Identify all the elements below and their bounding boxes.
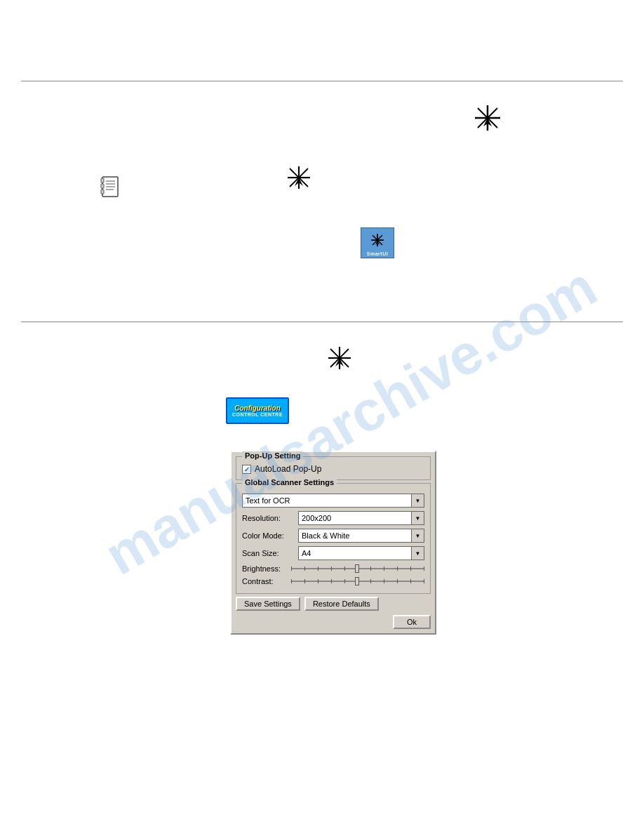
- cursor-star-icon-1: [474, 104, 502, 134]
- brightness-slider[interactable]: [291, 564, 424, 574]
- settings-dialog: Pop-Up Setting ✓ AutoLoad Pop-Up Global …: [230, 451, 436, 635]
- scan-size-label: Scan Size:: [242, 549, 298, 557]
- resolution-value: 200x200: [299, 512, 411, 524]
- config-button[interactable]: Configuration CONTROL CENTRE: [226, 397, 289, 424]
- brightness-row: Brightness:: [242, 564, 424, 574]
- ocr-row: Text for OCR ▼: [242, 494, 424, 508]
- scan-size-arrow[interactable]: ▼: [411, 547, 424, 560]
- resolution-dropdown[interactable]: 200x200 ▼: [298, 511, 424, 525]
- resolution-arrow[interactable]: ▼: [411, 512, 424, 524]
- ok-button[interactable]: Ok: [393, 615, 431, 629]
- scan-size-dropdown[interactable]: A4 ▼: [298, 546, 424, 560]
- scanner-section: Global Scanner Settings Text for OCR ▼ R…: [236, 483, 431, 594]
- smartui-button[interactable]: SmartUI: [361, 227, 394, 258]
- action-buttons-row: Save Settings Restore Defaults: [236, 597, 431, 611]
- cursor-star-icon-3: [327, 345, 352, 373]
- config-subtitle: CONTROL CENTRE: [232, 412, 283, 417]
- popup-section-title: Pop-Up Setting: [242, 451, 303, 460]
- resolution-label: Resolution:: [242, 514, 298, 522]
- contrast-label: Contrast:: [242, 577, 291, 585]
- divider-1: [21, 81, 623, 81]
- config-title: Configuration: [234, 404, 281, 412]
- svg-rect-7: [101, 184, 104, 188]
- color-mode-row: Color Mode: Black & White ▼: [242, 529, 424, 543]
- brightness-label: Brightness:: [242, 564, 291, 573]
- cursor-star-icon-2: [286, 165, 311, 192]
- autoload-row: ✓ AutoLoad Pop-Up: [242, 464, 424, 474]
- scanner-section-title: Global Scanner Settings: [242, 478, 337, 486]
- ocr-dropdown[interactable]: Text for OCR ▼: [242, 494, 424, 508]
- scan-size-row: Scan Size: A4 ▼: [242, 546, 424, 560]
- contrast-slider[interactable]: [291, 576, 424, 586]
- scan-size-value: A4: [299, 547, 411, 560]
- color-mode-arrow[interactable]: ▼: [411, 529, 424, 542]
- autoload-checkbox[interactable]: ✓: [242, 465, 251, 474]
- ocr-dropdown-arrow[interactable]: ▼: [411, 494, 424, 507]
- divider-2: [21, 322, 623, 322]
- svg-rect-6: [101, 178, 104, 183]
- notebook-icon: [98, 174, 123, 201]
- ok-row: Ok: [236, 615, 431, 629]
- autoload-label: AutoLoad Pop-Up: [255, 464, 321, 474]
- color-mode-value: Black & White: [299, 529, 411, 542]
- save-settings-button[interactable]: Save Settings: [236, 597, 300, 611]
- smartui-label: SmartUI: [367, 251, 388, 256]
- popup-section: Pop-Up Setting ✓ AutoLoad Pop-Up: [236, 456, 431, 480]
- contrast-row: Contrast:: [242, 576, 424, 586]
- svg-rect-8: [101, 190, 104, 194]
- color-mode-label: Color Mode:: [242, 531, 298, 540]
- resolution-row: Resolution: 200x200 ▼: [242, 511, 424, 525]
- restore-defaults-button[interactable]: Restore Defaults: [304, 597, 379, 611]
- smartui-icon: [370, 233, 384, 251]
- color-mode-dropdown[interactable]: Black & White ▼: [298, 529, 424, 543]
- ocr-value: Text for OCR: [243, 494, 411, 507]
